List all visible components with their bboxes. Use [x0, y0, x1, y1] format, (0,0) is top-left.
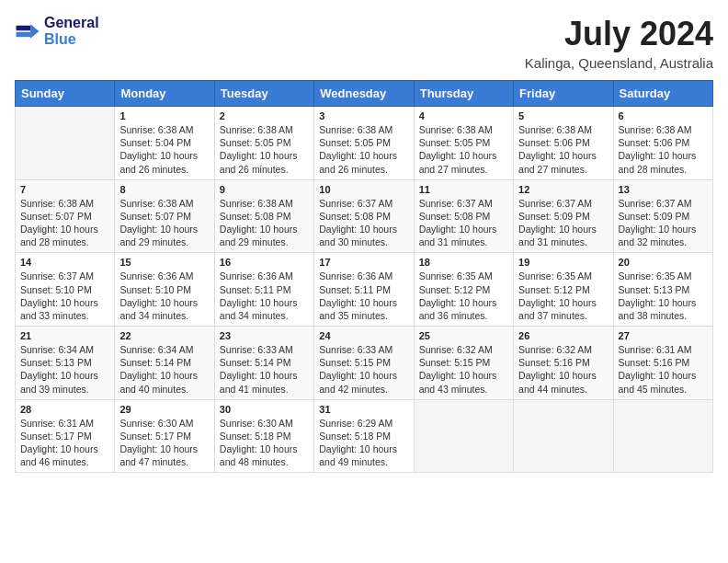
day-info-line: Daylight: 10 hours: [20, 296, 109, 309]
calendar-week-row: 7Sunrise: 6:38 AMSunset: 5:07 PMDaylight…: [16, 179, 713, 253]
day-number: 20: [619, 257, 708, 268]
calendar-cell: 22Sunrise: 6:34 AMSunset: 5:14 PMDayligh…: [115, 327, 214, 400]
calendar-cell: 13Sunrise: 6:37 AMSunset: 5:09 PMDayligh…: [613, 179, 712, 253]
calendar-cell: 21Sunrise: 6:34 AMSunset: 5:13 PMDayligh…: [16, 327, 115, 400]
day-info-line: Sunset: 5:05 PM: [220, 136, 309, 149]
day-info-line: and 41 minutes.: [220, 383, 309, 396]
day-info-line: Sunrise: 6:38 AM: [119, 123, 209, 136]
day-number: 9: [220, 184, 309, 195]
day-info-line: Sunset: 5:15 PM: [319, 356, 408, 369]
day-info-line: Sunset: 5:18 PM: [319, 430, 408, 442]
calendar-cell: 5Sunrise: 6:38 AMSunset: 5:06 PMDaylight…: [514, 107, 613, 180]
day-info-line: and 38 minutes.: [619, 309, 708, 322]
header: General Blue July 2024 Kalinga, Queensla…: [15, 15, 713, 71]
day-info-line: Sunset: 5:15 PM: [419, 356, 508, 369]
day-info-line: and 34 minutes.: [119, 309, 209, 322]
day-number: 5: [518, 110, 608, 121]
day-number: 11: [419, 184, 508, 195]
day-info-line: Sunrise: 6:37 AM: [419, 197, 508, 210]
day-info-line: Daylight: 10 hours: [119, 223, 209, 236]
svg-rect-2: [17, 25, 31, 29]
day-number: 7: [20, 184, 109, 195]
day-number: 18: [419, 257, 508, 268]
calendar-cell: 28Sunrise: 6:31 AMSunset: 5:17 PMDayligh…: [16, 399, 115, 473]
calendar-cell: 31Sunrise: 6:29 AMSunset: 5:18 PMDayligh…: [314, 399, 414, 473]
day-number: 22: [119, 330, 209, 341]
day-info-line: and 31 minutes.: [419, 236, 508, 248]
day-info-line: Sunrise: 6:37 AM: [319, 197, 408, 210]
day-number: 15: [119, 257, 209, 268]
calendar-cell: 7Sunrise: 6:38 AMSunset: 5:07 PMDaylight…: [16, 179, 115, 253]
day-number: 1: [119, 110, 209, 121]
day-info-line: Sunrise: 6:37 AM: [20, 270, 109, 282]
day-info-line: Daylight: 10 hours: [119, 442, 209, 455]
day-info-line: Daylight: 10 hours: [619, 149, 708, 162]
calendar-table: SundayMondayTuesdayWednesdayThursdayFrid…: [15, 80, 713, 473]
day-info-line: and 27 minutes.: [518, 163, 608, 176]
calendar-cell: 12Sunrise: 6:37 AMSunset: 5:09 PMDayligh…: [514, 179, 613, 253]
day-info-line: Daylight: 10 hours: [619, 369, 708, 382]
day-info-line: Sunrise: 6:38 AM: [419, 123, 508, 136]
day-info-line: Sunrise: 6:38 AM: [20, 197, 109, 210]
day-number: 27: [619, 330, 708, 341]
day-info-line: and 31 minutes.: [518, 236, 608, 248]
calendar-cell: 14Sunrise: 6:37 AMSunset: 5:10 PMDayligh…: [16, 253, 115, 327]
day-number: 12: [518, 184, 608, 195]
day-number: 30: [220, 404, 309, 415]
day-number: 21: [20, 330, 109, 341]
calendar-header-saturday: Saturday: [613, 81, 712, 107]
day-info-line: Daylight: 10 hours: [319, 442, 408, 455]
day-info-line: Daylight: 10 hours: [20, 369, 109, 382]
day-info-line: Sunrise: 6:36 AM: [319, 270, 408, 282]
day-number: 24: [319, 330, 408, 341]
logo: General Blue: [15, 15, 99, 47]
title-area: July 2024 Kalinga, Queensland, Australia: [525, 15, 713, 71]
day-info-line: Sunrise: 6:38 AM: [220, 123, 309, 136]
day-info-line: and 29 minutes.: [119, 236, 209, 248]
calendar-header-row: SundayMondayTuesdayWednesdayThursdayFrid…: [16, 81, 713, 107]
day-info-line: and 40 minutes.: [119, 383, 209, 396]
day-info-line: Sunrise: 6:30 AM: [220, 417, 309, 430]
calendar-cell: 27Sunrise: 6:31 AMSunset: 5:16 PMDayligh…: [613, 327, 712, 400]
calendar-cell: [16, 107, 115, 180]
day-info-line: Daylight: 10 hours: [319, 223, 408, 236]
calendar-cell: 26Sunrise: 6:32 AMSunset: 5:16 PMDayligh…: [514, 327, 613, 400]
svg-rect-3: [17, 31, 31, 36]
calendar-cell: 10Sunrise: 6:37 AMSunset: 5:08 PMDayligh…: [314, 179, 414, 253]
calendar-cell: [613, 399, 712, 473]
day-info-line: and 33 minutes.: [20, 309, 109, 322]
calendar-cell: 30Sunrise: 6:30 AMSunset: 5:18 PMDayligh…: [214, 399, 313, 473]
day-info-line: Sunrise: 6:30 AM: [119, 417, 209, 430]
day-number: 16: [220, 257, 309, 268]
location: Kalinga, Queensland, Australia: [525, 55, 713, 71]
day-info-line: Sunset: 5:05 PM: [419, 136, 508, 149]
day-info-line: Sunrise: 6:37 AM: [619, 197, 708, 210]
day-info-line: and 27 minutes.: [419, 163, 508, 176]
day-info-line: Daylight: 10 hours: [20, 442, 109, 455]
day-info-line: and 36 minutes.: [419, 309, 508, 322]
day-info-line: Sunrise: 6:37 AM: [518, 197, 608, 210]
day-number: 31: [319, 404, 408, 415]
day-info-line: and 28 minutes.: [20, 236, 109, 248]
day-info-line: Sunset: 5:10 PM: [20, 283, 109, 296]
calendar-cell: 19Sunrise: 6:35 AMSunset: 5:12 PMDayligh…: [514, 253, 613, 327]
day-info-line: Sunrise: 6:35 AM: [619, 270, 708, 282]
calendar-cell: [414, 399, 513, 473]
day-info-line: Daylight: 10 hours: [319, 296, 408, 309]
day-info-line: Daylight: 10 hours: [119, 296, 209, 309]
day-info-line: Sunset: 5:18 PM: [220, 430, 309, 442]
day-info-line: Sunrise: 6:38 AM: [319, 123, 408, 136]
day-info-line: Daylight: 10 hours: [419, 369, 508, 382]
month-year: July 2024: [525, 15, 713, 53]
calendar-header-friday: Friday: [514, 81, 613, 107]
day-info-line: Daylight: 10 hours: [20, 223, 109, 236]
day-info-line: Sunset: 5:07 PM: [119, 210, 209, 223]
day-info-line: Daylight: 10 hours: [220, 296, 309, 309]
day-info-line: Sunrise: 6:35 AM: [518, 270, 608, 282]
day-number: 8: [119, 184, 209, 195]
day-info-line: Sunset: 5:13 PM: [20, 356, 109, 369]
calendar-cell: 2Sunrise: 6:38 AMSunset: 5:05 PMDaylight…: [214, 107, 313, 180]
day-number: 14: [20, 257, 109, 268]
day-info-line: and 48 minutes.: [220, 455, 309, 468]
calendar-week-row: 21Sunrise: 6:34 AMSunset: 5:13 PMDayligh…: [16, 327, 713, 400]
